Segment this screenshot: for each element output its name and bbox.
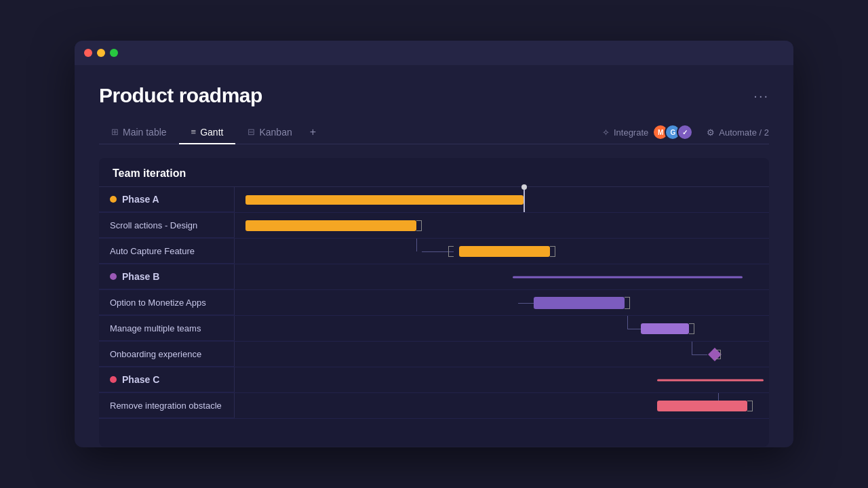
- phase-a-dot: [110, 196, 117, 203]
- connector-bracket-1: [416, 220, 422, 231]
- manage-connector-v: [627, 316, 628, 329]
- gantt-header: Team iteration: [99, 158, 769, 187]
- task-monetize-chart: [235, 290, 769, 316]
- integrate-icon: ✧: [602, 127, 610, 138]
- task-manage-label: Manage multiple teams: [99, 316, 235, 341]
- phase-b-label: Phase B: [99, 264, 235, 289]
- phase-a-bar: [245, 195, 524, 205]
- gantt-rows: Phase A Scroll actions - Design: [99, 187, 769, 419]
- gantt-container: Team iteration Phase A: [99, 158, 769, 447]
- main-content: Product roadmap ··· ⊞ Main table ≡ Gantt…: [75, 65, 793, 447]
- auto-capture-bar: [459, 246, 550, 257]
- task-scroll-actions-row: Scroll actions - Design: [99, 213, 769, 239]
- add-tab-button[interactable]: +: [304, 121, 321, 144]
- tab-kanban-label: Kanban: [259, 127, 292, 138]
- task-monetize-label: Option to Monetize Apps: [99, 290, 235, 315]
- table-icon: ⊞: [111, 127, 119, 137]
- connector-bracket-2: [448, 246, 454, 257]
- onboarding-connector-v: [692, 342, 692, 354]
- tab-gantt-label: Gantt: [200, 127, 223, 138]
- phase-b-row: Phase B: [99, 264, 769, 290]
- scroll-actions-bar: [245, 220, 416, 231]
- tab-gantt[interactable]: ≡ Gantt: [179, 121, 236, 144]
- task-onboarding-chart: [235, 342, 769, 367]
- task-auto-capture-row: Auto Capture Feature: [99, 239, 769, 264]
- manage-bar: [641, 323, 689, 334]
- more-options-button[interactable]: ···: [753, 88, 769, 104]
- app-window: Product roadmap ··· ⊞ Main table ≡ Gantt…: [75, 41, 793, 447]
- remove-bar: [657, 401, 748, 411]
- phase-a-label: Phase A: [99, 187, 235, 212]
- task-remove-integration-chart: [235, 393, 769, 419]
- phase-c-dot: [110, 376, 117, 383]
- titlebar: [75, 41, 793, 65]
- kanban-icon: ⊟: [248, 127, 255, 137]
- remove-bracket: [747, 401, 753, 411]
- phase-b-line: [513, 276, 743, 278]
- phase-b-dot: [110, 273, 117, 280]
- header-actions: ···: [753, 88, 769, 104]
- automate-label: Automate / 2: [719, 127, 769, 138]
- monetize-bracket: [625, 297, 630, 309]
- gantt-icon: ≡: [191, 127, 197, 137]
- phase-c-line: [657, 379, 764, 381]
- integrate-label: Integrate: [614, 127, 648, 138]
- tab-main-table[interactable]: ⊞ Main table: [99, 121, 179, 144]
- manage-bracket: [689, 323, 694, 334]
- task-scroll-actions-chart: [235, 213, 769, 239]
- task-auto-capture-label: Auto Capture Feature: [99, 239, 235, 264]
- task-auto-capture-chart: [235, 239, 769, 264]
- close-button[interactable]: [84, 49, 92, 57]
- task-onboarding-row: Onboarding experience: [99, 342, 769, 367]
- integrate-button[interactable]: ✧ Integrate M G ✓: [602, 124, 693, 140]
- phase-b-chart: [235, 264, 769, 290]
- task-onboarding-label: Onboarding experience: [99, 342, 235, 367]
- page-header: Product roadmap ···: [99, 84, 769, 107]
- task-manage-row: Manage multiple teams: [99, 316, 769, 342]
- avatar-group: M G ✓: [652, 124, 693, 140]
- tab-kanban[interactable]: ⊟ Kanban: [235, 121, 304, 144]
- tab-bar: ⊞ Main table ≡ Gantt ⊟ Kanban + ✧ Integr…: [99, 121, 769, 144]
- onboarding-bracket: [715, 350, 721, 359]
- tab-main-table-label: Main table: [123, 127, 167, 138]
- task-remove-integration-row: Remove integration obstacle: [99, 393, 769, 419]
- page-title: Product roadmap: [99, 84, 262, 107]
- monetize-arrow: [518, 303, 534, 304]
- phase-c-label: Phase C: [99, 367, 235, 392]
- connector-bracket-3: [550, 246, 555, 257]
- task-scroll-actions-label: Scroll actions - Design: [99, 213, 235, 238]
- task-monetize-row: Option to Monetize Apps: [99, 290, 769, 316]
- tab-actions: ✧ Integrate M G ✓ ⚙ Automate / 2: [602, 124, 769, 140]
- minimize-button[interactable]: [97, 49, 105, 57]
- phase-c-chart: [235, 367, 769, 393]
- task-remove-integration-label: Remove integration obstacle: [99, 393, 235, 418]
- task-manage-chart: [235, 316, 769, 342]
- onboarding-connector-h: [692, 354, 708, 355]
- automate-button[interactable]: ⚙ Automate / 2: [707, 127, 769, 138]
- today-line: [524, 187, 525, 212]
- avatar-3: ✓: [677, 124, 693, 140]
- phase-a-chart: [235, 187, 769, 213]
- monetize-bar: [534, 297, 625, 309]
- phase-c-row: Phase C: [99, 367, 769, 393]
- today-dot: [521, 184, 527, 190]
- maximize-button[interactable]: [110, 49, 118, 57]
- auto-capture-connector-v: [416, 239, 417, 251]
- gantt-section-title: Team iteration: [113, 167, 186, 179]
- automate-icon: ⚙: [707, 127, 715, 138]
- phase-a-row: Phase A: [99, 187, 769, 213]
